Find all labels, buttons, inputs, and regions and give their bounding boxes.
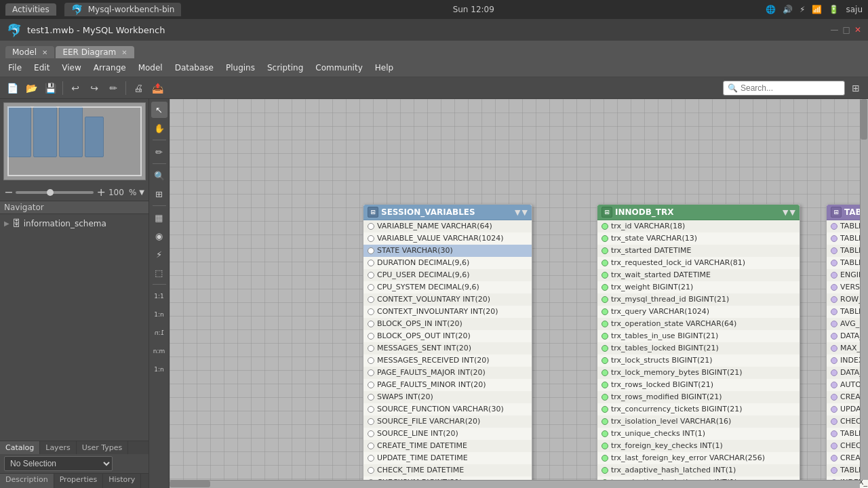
table-row[interactable]: CREATE_TIME DATETIME	[363, 440, 532, 452]
canvas-hscroll[interactable]	[170, 480, 860, 488]
table-row[interactable]: SOURCE_FILE VARCHAR(20)	[363, 415, 532, 428]
cursor-tool-btn[interactable]: ↖	[151, 102, 167, 118]
table-header-session-variables[interactable]: ⊞ SESSION_VARIABLES ▼ ▼	[363, 205, 532, 220]
close-btn[interactable]: ✕	[854, 25, 861, 35]
table-row[interactable]: VARIABLE_NAME VARCHAR(64)	[363, 220, 532, 232]
table-row[interactable]: SOURCE_FUNCTION VARCHAR(30)	[363, 403, 532, 415]
zoom-dropdown-btn[interactable]: ▼	[139, 188, 144, 196]
table-row[interactable]: UPDATE_TIME DATETIME	[363, 452, 532, 464]
table-row[interactable]: trx_mysql_thread_id BIGINT(21)	[597, 293, 800, 306]
menu-plugins[interactable]: Plugins	[220, 61, 260, 75]
tab-description[interactable]: Description	[0, 474, 54, 488]
table-row[interactable]: trx_id VARCHAR(18)	[597, 220, 800, 232]
table-row[interactable]: trx_query VARCHAR(1024)	[597, 306, 800, 318]
rel-1-1-btn[interactable]: 1:1	[151, 288, 167, 304]
rel-1-n-ident-btn[interactable]: 1:n	[151, 361, 167, 378]
save-btn[interactable]: 💾	[42, 80, 58, 96]
table-row[interactable]: trx_rows_modified BIGINT(21)	[597, 391, 800, 403]
table-row[interactable]: trx_weight BIGINT(21)	[597, 281, 800, 293]
table-card-innodb-trx[interactable]: ⊞ INNODB_TRX ▼ ▼ trx_id VARCHAR(18) trx_…	[597, 204, 800, 488]
zoom-plus-btn[interactable]: +	[96, 186, 105, 199]
table-row[interactable]: PAGE_FAULTS_MINOR INT(20)	[363, 379, 532, 391]
search-input[interactable]	[741, 83, 842, 93]
print-btn[interactable]: 🖨	[130, 80, 146, 96]
rel-1-n-btn[interactable]: 1:n	[151, 306, 167, 323]
table-row[interactable]: BLOCK_OPS_OUT INT(20)	[363, 330, 532, 342]
table-row[interactable]: CHECK_TIME DATETIME	[363, 464, 532, 476]
zoom-slider[interactable]	[16, 191, 94, 194]
menu-view[interactable]: View	[56, 61, 86, 75]
canvas[interactable]: ⊞ SESSION_VARIABLES ▼ ▼ VARIABLE_NAME VA…	[170, 99, 868, 488]
table-row[interactable]: trx_started DATETIME	[597, 245, 800, 257]
table-row[interactable]: trx_unique_checks INT(1)	[597, 428, 800, 440]
open-btn[interactable]: 📂	[23, 80, 39, 96]
menu-scripting[interactable]: Scripting	[262, 61, 309, 75]
sidebar-toggle-btn[interactable]: ⊞	[848, 80, 864, 96]
menu-database[interactable]: Database	[170, 61, 219, 75]
table-row[interactable]: trx_foreign_key_checks INT(1)	[597, 440, 800, 452]
menu-help[interactable]: Help	[370, 61, 399, 75]
minimize-btn[interactable]: —	[831, 25, 839, 35]
table-row[interactable]: trx_lock_structs BIGINT(21)	[597, 354, 800, 367]
table-row[interactable]: MESSAGES_RECEIVED INT(20)	[363, 354, 532, 367]
table-row[interactable]: trx_operation_state VARCHAR(64)	[597, 318, 800, 330]
table-tool-btn[interactable]: ▦	[151, 209, 167, 226]
tab-eer-close[interactable]: ✕	[121, 49, 127, 56]
table-row[interactable]: VARIABLE_VALUE VARCHAR(1024)	[363, 232, 532, 245]
table-row[interactable]: SOURCE_LINE INT(20)	[363, 428, 532, 440]
taskbar-app[interactable]: 🐬 Mysql-workbench-bin	[64, 3, 182, 16]
menu-model[interactable]: Model	[133, 61, 168, 75]
tab-history[interactable]: History	[103, 474, 141, 488]
export-btn[interactable]: 📤	[149, 80, 165, 96]
hscroll-thumb[interactable]	[170, 481, 210, 487]
table-row[interactable]: trx_isolation_level VARCHAR(16)	[597, 415, 800, 428]
pencil-tool-btn[interactable]: ✏	[151, 144, 167, 160]
table-row[interactable]: STATE VARCHAR(30)	[363, 245, 532, 257]
table-card-session-variables[interactable]: ⊞ SESSION_VARIABLES ▼ ▼ VARIABLE_NAME VA…	[363, 204, 532, 488]
schema-expand-item[interactable]: ▶ 🗄 information_schema	[4, 217, 144, 230]
table-row[interactable]: CONTEXT_VOLUNTARY INT(20)	[363, 293, 532, 306]
tab-model[interactable]: Model ✕	[5, 46, 54, 58]
table-row[interactable]: trx_requested_lock_id VARCHAR(81)	[597, 257, 800, 269]
table-row[interactable]: PAGE_FAULTS_MAJOR INT(20)	[363, 367, 532, 379]
undo-btn[interactable]: ↩	[67, 80, 83, 96]
taskbar-activities[interactable]: Activities	[5, 3, 56, 16]
menu-arrange[interactable]: Arrange	[88, 61, 132, 75]
view-tool-btn[interactable]: ◉	[151, 228, 167, 244]
tab-user-types[interactable]: User Types	[77, 441, 129, 454]
redo-btn[interactable]: ↪	[86, 80, 102, 96]
new-file-btn[interactable]: 📄	[4, 80, 20, 96]
table-row[interactable]: trx_adaptive_hash_latched INT(1)	[597, 464, 800, 476]
table-row[interactable]: trx_tables_in_use BIGINT(21)	[597, 330, 800, 342]
vscroll-thumb[interactable]	[861, 99, 867, 140]
table-row[interactable]: CPU_USER DECIMAL(9,6)	[363, 269, 532, 281]
table-row[interactable]: trx_lock_memory_bytes BIGINT(21)	[597, 367, 800, 379]
table-row[interactable]: MESSAGES_SENT INT(20)	[363, 342, 532, 354]
table-row[interactable]: trx_rows_locked BIGINT(21)	[597, 379, 800, 391]
edit-btn[interactable]: ✏	[105, 80, 121, 96]
table-row[interactable]: trx_tables_locked BIGINT(21)	[597, 342, 800, 354]
selection-dropdown[interactable]: No Selection	[4, 456, 113, 471]
pan-tool-btn[interactable]: ✋	[151, 120, 167, 136]
table-collapse-btn-sv[interactable]: ▼	[515, 208, 520, 217]
table-menu-btn-it[interactable]: ▼	[790, 208, 795, 217]
tab-layers[interactable]: Layers	[40, 441, 76, 454]
tab-properties[interactable]: Properties	[54, 474, 104, 488]
routine-tool-btn[interactable]: ⚡	[151, 246, 167, 262]
table-row[interactable]: trx_state VARCHAR(13)	[597, 232, 800, 245]
maximize-btn[interactable]: □	[843, 25, 850, 35]
menu-file[interactable]: File	[3, 61, 27, 75]
table-collapse-btn-it[interactable]: ▼	[783, 208, 788, 217]
table-row[interactable]: SWAPS INT(20)	[363, 391, 532, 403]
table-row[interactable]: CPU_SYSTEM DECIMAL(9,6)	[363, 281, 532, 293]
table-menu-btn-sv[interactable]: ▼	[522, 208, 528, 217]
table-row[interactable]: DURATION DECIMAL(9,6)	[363, 257, 532, 269]
table-header-innodb-trx[interactable]: ⊞ INNODB_TRX ▼ ▼	[597, 205, 800, 220]
layers-tool-btn[interactable]: ⊞	[151, 186, 167, 202]
zoom-thumb[interactable]	[47, 189, 54, 196]
rel-n-m-btn[interactable]: n:m	[151, 343, 167, 359]
table-row[interactable]: trx_concurrency_tickets BIGINT(21)	[597, 403, 800, 415]
zoom-tool-btn[interactable]: 🔍	[151, 167, 167, 184]
group-tool-btn[interactable]: ⬚	[151, 264, 167, 281]
canvas-vscroll[interactable]	[860, 99, 868, 480]
